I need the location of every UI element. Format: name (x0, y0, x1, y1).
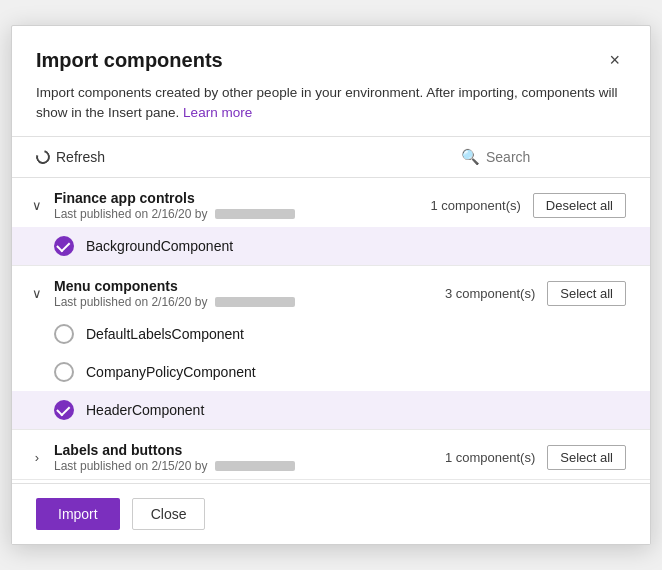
dialog-description-text: Import components created by other peopl… (36, 85, 618, 120)
checkbox-unchecked-icon (54, 362, 74, 382)
list-item[interactable]: CompanyPolicyComponent (12, 353, 650, 391)
section-header-labels-and-buttons: ›Labels and buttonsLast published on 2/1… (12, 430, 650, 479)
learn-more-link[interactable]: Learn more (183, 105, 252, 120)
refresh-label: Refresh (56, 149, 105, 165)
component-name: DefaultLabelsComponent (86, 326, 244, 342)
dialog-title: Import components (36, 49, 223, 72)
content-area: ∨Finance app controlsLast published on 2… (12, 178, 650, 484)
checkbox-unchecked-icon (54, 324, 74, 344)
component-count-labels-and-buttons: 1 component(s) (445, 450, 535, 465)
section-title-labels-and-buttons: Labels and buttons (54, 442, 295, 458)
section-meta-finance-app-controls: Last published on 2/16/20 by (54, 207, 295, 221)
import-button[interactable]: Import (36, 498, 120, 530)
chevron-finance-app-controls[interactable]: ∨ (28, 196, 46, 214)
dialog-header: Import components × (12, 26, 650, 83)
import-components-dialog: Import components × Import components cr… (11, 25, 651, 545)
chevron-menu-components[interactable]: ∨ (28, 284, 46, 302)
section-meta-menu-components: Last published on 2/16/20 by (54, 295, 295, 309)
component-name: BackgroundComponent (86, 238, 233, 254)
section-finance-app-controls: ∨Finance app controlsLast published on 2… (12, 178, 650, 266)
section-meta-labels-and-buttons: Last published on 2/15/20 by (54, 459, 295, 473)
search-input[interactable] (486, 149, 626, 165)
section-labels-and-buttons: ›Labels and buttonsLast published on 2/1… (12, 430, 650, 480)
component-list-finance-app-controls: BackgroundComponent (12, 227, 650, 265)
select-all-button-menu-components[interactable]: Select all (547, 281, 626, 306)
list-item[interactable]: BackgroundComponent (12, 227, 650, 265)
dialog-footer: Import Close (12, 483, 650, 544)
author-blur (215, 297, 295, 307)
section-header-menu-components: ∨Menu componentsLast published on 2/16/2… (12, 266, 650, 315)
checkbox-checked-icon (54, 400, 74, 420)
component-name: CompanyPolicyComponent (86, 364, 256, 380)
close-button[interactable]: Close (132, 498, 206, 530)
list-item[interactable]: HeaderComponent (12, 391, 650, 429)
toolbar: Refresh 🔍 (12, 136, 650, 178)
list-item[interactable]: DefaultLabelsComponent (12, 315, 650, 353)
chevron-labels-and-buttons[interactable]: › (28, 448, 46, 466)
component-count-finance-app-controls: 1 component(s) (430, 198, 520, 213)
component-list-menu-components: DefaultLabelsComponentCompanyPolicyCompo… (12, 315, 650, 429)
component-count-menu-components: 3 component(s) (445, 286, 535, 301)
refresh-icon (33, 147, 52, 166)
dialog-close-button[interactable]: × (603, 46, 626, 75)
search-icon: 🔍 (461, 148, 480, 166)
section-header-finance-app-controls: ∨Finance app controlsLast published on 2… (12, 178, 650, 227)
component-name: HeaderComponent (86, 402, 204, 418)
checkbox-checked-icon (54, 236, 74, 256)
author-blur (215, 461, 295, 471)
section-menu-components: ∨Menu componentsLast published on 2/16/2… (12, 266, 650, 430)
section-title-finance-app-controls: Finance app controls (54, 190, 295, 206)
section-title-menu-components: Menu components (54, 278, 295, 294)
search-container: 🔍 (461, 148, 626, 166)
dialog-description: Import components created by other peopl… (12, 83, 650, 136)
deselect-all-button-finance-app-controls[interactable]: Deselect all (533, 193, 626, 218)
select-all-button-labels-and-buttons[interactable]: Select all (547, 445, 626, 470)
refresh-button[interactable]: Refresh (36, 145, 105, 169)
author-blur (215, 209, 295, 219)
